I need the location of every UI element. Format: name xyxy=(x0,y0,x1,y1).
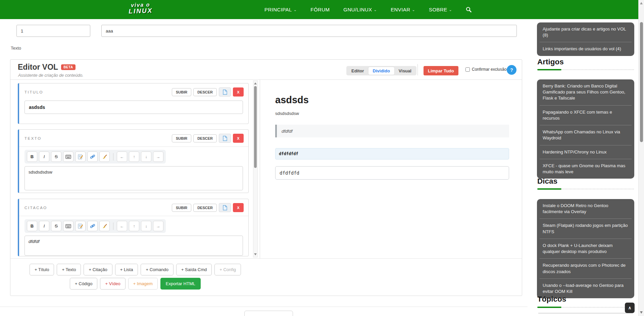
nav-item-principal[interactable]: PRINCIPAL ⌄ xyxy=(264,7,297,12)
scroll-down-arrow-icon[interactable] xyxy=(640,311,643,314)
scrollbar-thumb[interactable] xyxy=(640,22,643,142)
export-html-button[interactable]: Exportar HTML xyxy=(160,278,201,290)
artigo-link[interactable]: Hardening NTP/Chrony no Linux xyxy=(537,145,634,159)
link-button[interactable] xyxy=(87,221,98,231)
nav-item-forum[interactable]: FÓRUM xyxy=(310,7,330,12)
help-button[interactable]: ? xyxy=(507,65,516,75)
move-up-button[interactable]: SUBIR xyxy=(172,134,191,142)
sidebar-link[interactable]: Links importantes de usuários do vol (4) xyxy=(537,42,634,56)
blocks-pane-scrollbar[interactable] xyxy=(253,80,258,257)
move-up-button[interactable]: SUBIR xyxy=(172,88,191,96)
dica-link[interactable]: O dock Plank + U-Launcher deixam qualque… xyxy=(537,239,634,258)
tab-editor[interactable]: Editor xyxy=(347,67,368,75)
scroll-up-arrow-icon[interactable] xyxy=(640,2,643,4)
artigo-link[interactable]: WhatsApp com Chamadas no Linux via Waydr… xyxy=(537,125,634,145)
add-config-button[interactable]: + Config xyxy=(214,264,241,275)
add-texto-button[interactable]: + Texto xyxy=(57,264,81,275)
sidebar-link[interactable]: Ajudante para criar dicas e artigos no V… xyxy=(537,22,634,42)
dica-link[interactable]: Recuperando arquivos com o Photorec de d… xyxy=(537,259,634,278)
nav-item-sobre[interactable]: SOBRE ⌄ xyxy=(429,7,452,12)
nav-item-gnulinux[interactable]: GNU/LINUX ⌄ xyxy=(343,7,377,12)
move-up-button[interactable]: SUBIR xyxy=(172,204,191,212)
duplicate-button[interactable] xyxy=(219,203,231,212)
block-citacao: CITACAO SUBIR DESCER X B I xyxy=(18,199,249,256)
italic-button[interactable]: I xyxy=(39,151,49,162)
arrow-down-button[interactable]: ↓ xyxy=(141,221,151,231)
nav-item-enviar[interactable]: ENVIAR ⌄ xyxy=(391,7,415,12)
delete-block-button[interactable]: X xyxy=(233,134,244,143)
topicos-box-edge xyxy=(538,313,633,313)
numero-input[interactable] xyxy=(16,25,90,37)
topicos-heading: Tópicos xyxy=(537,295,566,304)
bold-button[interactable]: B xyxy=(27,221,37,231)
broom-button[interactable] xyxy=(99,151,110,162)
page-scrollbar[interactable] xyxy=(638,0,644,316)
add-titulo-button[interactable]: + Título xyxy=(30,264,54,275)
add-citacao-button[interactable]: + Citação xyxy=(84,264,112,275)
arrow-right-button[interactable]: → xyxy=(153,221,163,231)
strikethrough-button[interactable]: S xyxy=(51,221,61,231)
block-type-label: TITULO xyxy=(24,90,43,94)
heading-underline xyxy=(537,69,634,70)
clear-all-button[interactable]: Limpar Tudo xyxy=(424,66,458,75)
arrow-left-button[interactable]: ← xyxy=(117,151,127,162)
titulo-block-input[interactable] xyxy=(24,101,243,114)
artigo-link[interactable]: Berry Bank: Criando um Banco Digital Gam… xyxy=(537,79,634,105)
move-down-button[interactable]: DESCER xyxy=(193,134,217,142)
page: Número Título viva o LINUX PRINCIPAL ⌄ F… xyxy=(0,0,644,316)
arrow-up-button[interactable]: ↑ xyxy=(129,151,139,162)
block-type-label: TEXTO xyxy=(24,136,42,140)
artigo-link[interactable]: XFCE - quase um Gnome ou Plasma mas muit… xyxy=(537,159,634,179)
texto-textarea[interactable]: sdsdsdsdsw xyxy=(24,166,243,190)
add-lista-button[interactable]: + Lista xyxy=(115,264,138,275)
arrow-left-button[interactable]: ← xyxy=(117,221,127,231)
vivaolinux-logo[interactable]: viva o LINUX xyxy=(128,2,153,14)
arrow-right-button[interactable]: → xyxy=(153,151,163,162)
search-icon[interactable] xyxy=(466,7,472,12)
add-saida-cmd-button[interactable]: + Saída Cmd xyxy=(176,264,212,275)
italic-button[interactable]: I xyxy=(39,221,49,231)
titulo-input[interactable] xyxy=(101,25,517,37)
edit-page-button[interactable]: Editar página xyxy=(244,311,293,316)
dica-link[interactable]: Instale o DOOM Retro no Gentoo facilment… xyxy=(537,199,634,218)
confirm-delete-label[interactable]: Confirmar exclusão xyxy=(472,67,506,72)
scrollbar-thumb[interactable] xyxy=(254,86,257,168)
artigo-link[interactable]: Papagaiando o XFCE com temas e recursos xyxy=(537,106,634,125)
link-button[interactable] xyxy=(87,151,98,162)
scroll-to-top-button[interactable]: ∧ xyxy=(625,303,635,313)
tab-visual[interactable]: Visual xyxy=(394,67,416,75)
scroll-down-arrow-icon[interactable] xyxy=(254,253,257,255)
link-icon xyxy=(90,154,95,160)
citacao-textarea[interactable]: dfdfdf xyxy=(24,236,243,256)
memo-button[interactable] xyxy=(75,221,86,231)
broom-button[interactable] xyxy=(99,221,110,231)
duplicate-icon xyxy=(223,136,227,141)
move-down-button[interactable]: DESCER xyxy=(193,204,217,212)
dica-link[interactable]: Steam (Flatpak) rodando jogos em partiçã… xyxy=(537,219,634,238)
bold-button[interactable]: B xyxy=(27,151,37,162)
chevron-down-icon: ⌄ xyxy=(412,8,415,12)
move-down-button[interactable]: DESCER xyxy=(193,88,217,96)
confirm-delete-checkbox[interactable] xyxy=(465,67,470,72)
add-imagem-button[interactable]: + Imagem xyxy=(128,278,158,290)
keyboard-button[interactable] xyxy=(63,221,73,231)
delete-block-button[interactable]: X xyxy=(233,203,244,212)
memo-icon xyxy=(78,154,83,160)
add-codigo-button[interactable]: + Código xyxy=(70,278,97,290)
delete-block-button[interactable]: X xyxy=(233,87,244,97)
chevron-down-icon: ⌄ xyxy=(449,8,452,12)
tab-dividido[interactable]: Dividido xyxy=(368,67,394,75)
scroll-up-arrow-icon[interactable] xyxy=(254,82,257,84)
strikethrough-button[interactable]: S xyxy=(51,151,61,162)
duplicate-button[interactable] xyxy=(219,134,231,143)
add-video-button[interactable]: + Vídeo xyxy=(100,278,125,290)
memo-button[interactable] xyxy=(75,151,86,162)
editor-blocks-pane: TITULO SUBIR DESCER X xyxy=(10,80,260,258)
duplicate-button[interactable] xyxy=(219,87,231,97)
arrow-down-button[interactable]: ↓ xyxy=(141,151,151,162)
keyboard-button[interactable] xyxy=(63,151,73,162)
arrow-up-button[interactable]: ↑ xyxy=(129,221,139,231)
add-comando-button[interactable]: + Comando xyxy=(141,264,174,275)
beta-badge: BETA xyxy=(61,64,75,70)
block-titulo: TITULO SUBIR DESCER X xyxy=(18,83,249,124)
